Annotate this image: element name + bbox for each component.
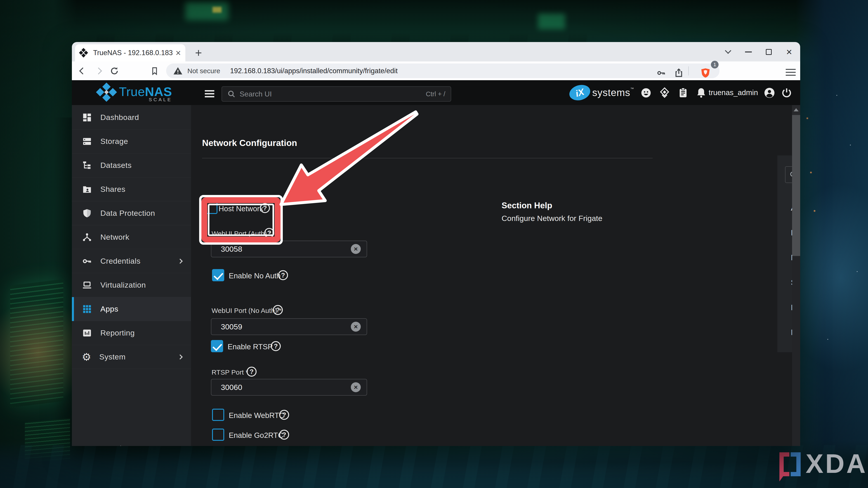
tab-title: TrueNAS - 192.168.0.183 — [93, 49, 173, 57]
xda-left-bracket-icon — [779, 452, 789, 476]
sidebar-item-dashboard[interactable]: Dashboard — [72, 105, 191, 129]
username-label[interactable]: truenas_admin — [709, 88, 758, 97]
truenas-edition: SCALE — [149, 97, 172, 102]
truenas-app: TrueNAS SCALE Search UI Ctrl + / iX syst… — [72, 80, 800, 446]
rtsp-port-label: RTSP Port * — [212, 368, 248, 376]
enable-no-auth-label: Enable No Auth — [229, 271, 281, 280]
enable-no-auth-checkbox[interactable] — [212, 269, 224, 281]
reload-icon[interactable] — [107, 61, 121, 80]
webui-auth-port-label: WebUI Port (Auth) * — [212, 230, 272, 237]
sidebar-item-credentials[interactable]: Credentials — [72, 249, 191, 273]
address-bar[interactable]: Not secure 192.168.0.183/ui/apps/install… — [166, 64, 719, 78]
url-text[interactable]: 192.168.0.183/ui/apps/installed/communit… — [230, 67, 398, 75]
directory-services-icon[interactable] — [658, 87, 671, 99]
new-tab-button[interactable]: + — [195, 46, 202, 60]
jobs-clipboard-icon[interactable] — [677, 87, 689, 99]
sidebar-item-reporting[interactable]: Reporting — [72, 321, 191, 345]
shield-badge: 1 — [711, 61, 719, 68]
webui-auth-port-input[interactable]: 30058 × — [211, 240, 367, 257]
section-help-title: Section Help — [502, 201, 552, 210]
security-label[interactable]: Not secure — [187, 67, 220, 75]
rtsp-port-input[interactable]: 30060 × — [211, 379, 367, 396]
heading-divider — [202, 158, 653, 158]
scrollbar-up-icon[interactable] — [794, 108, 799, 111]
sidebar-item-network[interactable]: Network — [72, 225, 191, 249]
browser-menu-icon[interactable] — [786, 67, 796, 78]
section-heading: Network Configuration — [202, 138, 297, 148]
webui-noauth-port-help-icon[interactable]: ? — [273, 305, 283, 315]
desktop: XDA TrueNAS - 192.168.0.183 × + × — [0, 0, 868, 488]
account-avatar-icon[interactable] — [763, 87, 776, 99]
host-network-label: Host Network — [219, 204, 264, 213]
shares-icon — [82, 184, 92, 195]
scrollbar-thumb[interactable] — [792, 115, 800, 256]
window-close-button[interactable]: × — [782, 47, 796, 57]
bookmark-icon[interactable] — [148, 61, 161, 80]
sidebar-item-shares[interactable]: Shares — [72, 177, 191, 201]
app-scrollbar[interactable] — [792, 105, 800, 446]
brave-shield-icon[interactable] — [699, 64, 712, 82]
rtsp-port-help-icon[interactable]: ? — [247, 367, 256, 377]
power-icon[interactable] — [780, 87, 793, 99]
search-icon — [227, 90, 236, 98]
truenas-logo-icon — [97, 84, 116, 101]
network-icon — [82, 232, 92, 242]
app-topbar: TrueNAS SCALE Search UI Ctrl + / iX syst… — [72, 80, 800, 105]
sidebar-item-virtualization[interactable]: Virtualization — [72, 273, 191, 297]
sidebar-item-data-protection[interactable]: Data Protection — [72, 201, 191, 225]
password-key-icon[interactable] — [654, 64, 668, 82]
xda-watermark-text: XDA — [806, 452, 867, 475]
sidebar-item-system[interactable]: ⚙ System — [72, 345, 191, 369]
window-maximize-button[interactable] — [762, 47, 776, 57]
hostname-label: truenas — [72, 444, 191, 446]
section-help-body: Configure Network for Frigate — [502, 214, 602, 223]
clear-input-icon[interactable]: × — [351, 244, 361, 254]
forward-icon[interactable] — [92, 61, 105, 80]
xda-watermark: XDA — [779, 452, 867, 476]
tab-close-icon[interactable]: × — [176, 48, 181, 57]
host-network-checkbox[interactable] — [205, 202, 217, 214]
xda-right-bracket-icon — [791, 452, 801, 476]
clear-input-icon[interactable]: × — [351, 322, 361, 332]
dashboard-icon — [82, 112, 92, 123]
truenas-favicon-icon — [80, 48, 88, 57]
sidebar-item-apps[interactable]: Apps — [72, 297, 191, 321]
reporting-icon — [82, 328, 92, 338]
enable-go2rtc-help-icon[interactable]: ? — [279, 430, 289, 440]
clear-input-icon[interactable]: × — [351, 382, 361, 392]
sidebar-item-storage[interactable]: Storage — [72, 129, 191, 153]
sidebar: Dashboard Storage Datasets Shares Data P… — [72, 105, 191, 446]
browser-toolbar: Not secure 192.168.0.183/ui/apps/install… — [72, 61, 800, 80]
sidebar-toggle-icon[interactable] — [205, 89, 214, 99]
webui-noauth-port-input[interactable]: 30059 × — [211, 318, 367, 335]
datasets-icon — [82, 160, 92, 170]
ixsystems-oval-icon: iX — [567, 83, 592, 103]
tab-bar: TrueNAS - 192.168.0.183 × + × — [72, 42, 800, 61]
main-content: Network Configuration Host Network ? Web… — [191, 105, 792, 446]
browser-tab[interactable]: TrueNAS - 192.168.0.183 × — [75, 44, 185, 61]
global-search-input[interactable]: Search UI Ctrl + / — [221, 86, 451, 102]
enable-no-auth-help-icon[interactable]: ? — [278, 270, 288, 280]
browser-window: TrueNAS - 192.168.0.183 × + × N — [72, 42, 800, 446]
host-network-help-icon[interactable]: ? — [260, 203, 270, 213]
search-shortcut: Ctrl + / — [426, 90, 445, 98]
sidebar-item-datasets[interactable]: Datasets — [72, 153, 191, 177]
enable-rtsp-help-icon[interactable]: ? — [271, 341, 281, 351]
back-icon[interactable] — [76, 61, 90, 80]
enable-webrtc-checkbox[interactable] — [212, 409, 224, 421]
window-minimize-button[interactable] — [741, 47, 755, 57]
tab-search-chevron-icon[interactable] — [721, 47, 735, 57]
alerts-bell-icon[interactable] — [695, 87, 708, 99]
enable-go2rtc-checkbox[interactable] — [212, 429, 224, 441]
enable-webrtc-help-icon[interactable]: ? — [279, 410, 289, 420]
chevron-right-icon — [178, 354, 183, 359]
webui-auth-port-help-icon[interactable]: ? — [264, 228, 274, 238]
webui-noauth-port-label: WebUI Port (No Auth) * — [212, 307, 282, 315]
enable-rtsp-label: Enable RTSP — [228, 343, 273, 351]
share-icon[interactable] — [672, 64, 686, 82]
enable-rtsp-checkbox[interactable] — [211, 340, 223, 352]
scrollbar-track — [792, 256, 800, 446]
key-icon — [82, 256, 92, 266]
feedback-smiley-icon[interactable] — [640, 87, 652, 99]
not-secure-warning-icon — [173, 66, 183, 76]
